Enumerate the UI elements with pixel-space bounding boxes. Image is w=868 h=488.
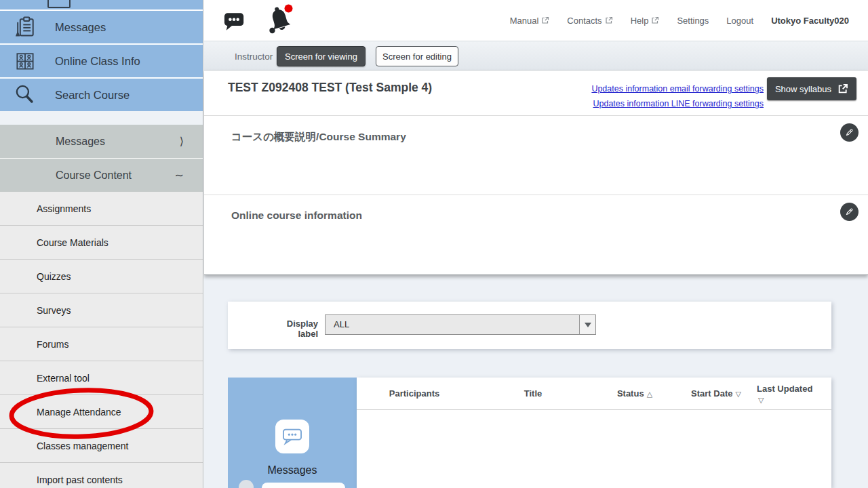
notifications-bell-icon[interactable] bbox=[267, 3, 294, 38]
display-filter-card: Display label ALL bbox=[228, 302, 831, 349]
sidebar-group-messages[interactable]: Messages ⟩ bbox=[0, 125, 203, 158]
item-label: Surveys bbox=[37, 305, 71, 316]
forwarding-links: Updates information email forwarding set… bbox=[591, 81, 764, 111]
item-label: Manage Attendance bbox=[37, 407, 121, 418]
sidebar-item-assignments[interactable]: Assignments bbox=[0, 192, 203, 226]
divider bbox=[204, 115, 868, 116]
group-label: Course Content bbox=[56, 169, 132, 182]
sidebar-item-search-course[interactable]: Search Course bbox=[0, 79, 203, 111]
button-label: Show syllabus bbox=[775, 84, 831, 94]
email-forwarding-link[interactable]: Updates information email forwarding set… bbox=[591, 81, 764, 96]
partial-button[interactable] bbox=[262, 483, 345, 488]
divider bbox=[204, 195, 868, 195]
sidebar-item-surveys[interactable]: Surveys bbox=[0, 293, 203, 327]
clipboard-pencil-icon bbox=[12, 15, 39, 39]
sidebar-item-external-tool[interactable]: External tool bbox=[0, 361, 203, 395]
main-area: Manual Contacts Help Settings Logout U bbox=[204, 0, 868, 488]
nav-manual[interactable]: Manual bbox=[510, 16, 550, 26]
sidebar-item-quizzes[interactable]: Quizzes bbox=[0, 260, 203, 293]
col-label: Start Date bbox=[691, 388, 732, 399]
tab-screen-for-viewing[interactable]: Screen for viewing bbox=[277, 46, 366, 66]
partial-badge bbox=[239, 480, 254, 488]
sidebar-group-course-content[interactable]: Course Content ∼ bbox=[0, 159, 203, 192]
sidebar-item-course-materials[interactable]: Course Materials bbox=[0, 226, 203, 260]
pencil-icon bbox=[844, 127, 855, 138]
sort-desc-icon[interactable]: ▽ bbox=[758, 394, 828, 405]
sidebar-item-classes-management[interactable]: Classes management bbox=[0, 429, 203, 463]
sidebar-item-messages[interactable]: Messages bbox=[0, 11, 203, 43]
external-link-icon bbox=[605, 16, 613, 24]
item-label: Forums bbox=[37, 339, 68, 350]
sidebar-item-label: Online Class Info bbox=[55, 55, 140, 68]
chat-messages-icon[interactable] bbox=[224, 12, 245, 34]
top-header: Manual Contacts Help Settings Logout U bbox=[204, 0, 868, 41]
speech-bubble-icon bbox=[275, 420, 309, 453]
sidebar-item-label: Messages bbox=[55, 21, 106, 34]
nav-help[interactable]: Help bbox=[631, 16, 660, 26]
sort-desc-icon[interactable]: ▽ bbox=[735, 390, 741, 398]
sidebar-gap bbox=[0, 111, 203, 125]
tab-screen-for-editing[interactable]: Screen for editing bbox=[376, 46, 458, 66]
role-label: Instructor bbox=[235, 41, 273, 71]
view-toolbar: Instructor Screen for viewing Screen for… bbox=[204, 41, 868, 70]
messages-tile[interactable]: Messages bbox=[228, 378, 357, 488]
class-grid-icon bbox=[12, 49, 39, 73]
sidebar: Messages Online Class Info bbox=[0, 0, 203, 488]
nav-settings[interactable]: Settings bbox=[677, 16, 709, 26]
col-label: Title bbox=[524, 388, 542, 399]
sidebar-item-partial-top[interactable] bbox=[0, 0, 203, 9]
item-label: Course Materials bbox=[37, 237, 108, 248]
table-header-row: Participants Title Status△ Start Date▽ L… bbox=[357, 378, 831, 410]
search-icon bbox=[12, 83, 39, 107]
nav-label: Manual bbox=[510, 16, 539, 26]
course-content-panel: TEST Z092408 TEST (Test Sample 4) Update… bbox=[204, 70, 868, 275]
edit-summary-button[interactable] bbox=[840, 123, 859, 142]
external-link-icon bbox=[837, 83, 848, 94]
nav-contacts[interactable]: Contacts bbox=[567, 16, 612, 26]
item-label: Classes management bbox=[37, 441, 128, 451]
pencil-icon bbox=[844, 206, 855, 218]
item-label: Import past contents bbox=[37, 474, 123, 485]
col-label: Status bbox=[617, 388, 644, 399]
partial-icon bbox=[47, 0, 71, 8]
filter-row: Display label ALL bbox=[228, 314, 831, 335]
col-participants: Participants bbox=[357, 388, 472, 399]
line-forwarding-link[interactable]: Updates information LINE forwarding sett… bbox=[591, 96, 764, 111]
show-syllabus-button[interactable]: Show syllabus bbox=[767, 77, 856, 100]
col-status[interactable]: Status△ bbox=[594, 388, 675, 399]
col-start-date[interactable]: Start Date▽ bbox=[675, 388, 757, 399]
nav-label: Help bbox=[631, 16, 649, 26]
nav-label: Logout bbox=[726, 16, 753, 26]
display-label-text: Display label bbox=[265, 319, 318, 339]
nav-logout[interactable]: Logout bbox=[726, 16, 753, 26]
item-label: External tool bbox=[37, 373, 90, 384]
sidebar-item-online-class-info[interactable]: Online Class Info bbox=[0, 45, 203, 77]
display-label-select[interactable]: ALL bbox=[325, 314, 596, 335]
user-name: Utokyo Faculty020 bbox=[771, 16, 849, 26]
sidebar-item-manage-attendance[interactable]: Manage Attendance bbox=[0, 395, 203, 429]
online-course-info-heading: Online course information bbox=[231, 209, 362, 222]
col-last-updated[interactable]: Last Updated▽ bbox=[757, 382, 828, 405]
sidebar-item-label: Search Course bbox=[55, 89, 130, 102]
external-link-icon bbox=[651, 16, 659, 24]
sidebar-item-import-past-contents[interactable]: Import past contents bbox=[0, 463, 203, 488]
tile-label: Messages bbox=[228, 464, 357, 476]
chevron-right-icon: ⟩ bbox=[180, 135, 184, 148]
external-link-icon bbox=[541, 16, 549, 24]
col-title: Title bbox=[472, 388, 594, 399]
dropdown-arrow-icon[interactable] bbox=[579, 315, 595, 334]
nav-label: Contacts bbox=[567, 16, 601, 26]
collapse-icon: ∼ bbox=[175, 169, 184, 182]
group-label: Messages bbox=[56, 136, 105, 148]
select-value: ALL bbox=[334, 315, 349, 334]
edit-online-info-button[interactable] bbox=[840, 203, 859, 221]
lms-page: Messages Online Class Info bbox=[0, 0, 868, 488]
col-label: Last Updated bbox=[757, 384, 812, 394]
nav-label: Settings bbox=[677, 16, 709, 26]
item-label: Assignments bbox=[37, 203, 91, 214]
sidebar-item-forums[interactable]: Forums bbox=[0, 327, 203, 361]
col-label: Participants bbox=[389, 388, 439, 399]
page-title: TEST Z092408 TEST (Test Sample 4) bbox=[228, 81, 432, 95]
messages-table-card: Participants Title Status△ Start Date▽ L… bbox=[357, 378, 831, 488]
sort-asc-icon[interactable]: △ bbox=[647, 390, 652, 398]
